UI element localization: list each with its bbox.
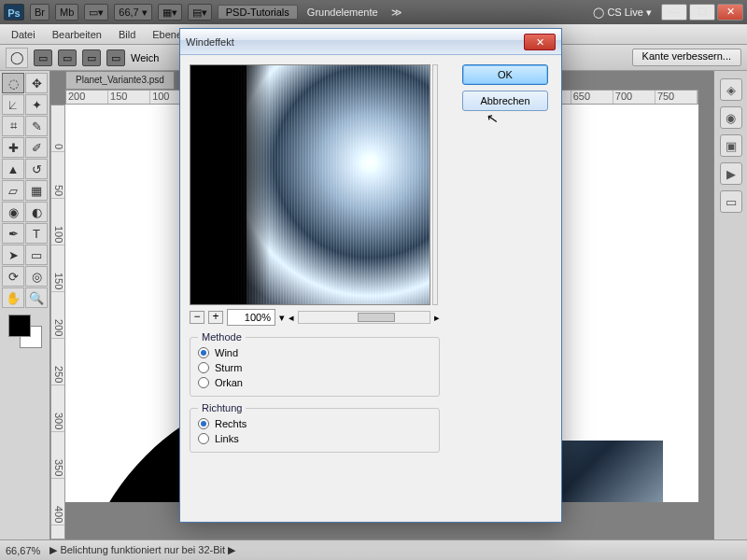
radio-sturm-label: Sturm (215, 362, 242, 373)
tool-heal[interactable]: ✚ (2, 137, 24, 158)
tool-blur[interactable]: ◉ (2, 202, 24, 222)
ok-button[interactable]: OK (462, 64, 548, 85)
tool-eyedropper[interactable]: ✎ (25, 116, 48, 136)
workspace-grundelemente[interactable]: Grundelemente (303, 7, 382, 18)
radio-rechts[interactable]: Rechts (198, 416, 431, 431)
tool-path[interactable]: ➤ (2, 245, 24, 265)
app-topbar: Ps Br Mb ▭▾ 66,7 ▾ ▦▾ ▤▾ PSD-Tutorials G… (0, 0, 747, 24)
methode-group: Methode Wind Sturm Orkan (190, 337, 440, 397)
radio-icon (198, 418, 209, 429)
status-msg-text: Belichtung funktioniert nur bei 32-Bit (60, 544, 225, 555)
status-zoom: 66,67% (6, 545, 40, 556)
methode-legend: Methode (198, 331, 246, 343)
document-tab[interactable]: Planet_Variante3.psd (65, 71, 175, 90)
history-panel-icon[interactable]: ▶ (720, 162, 742, 185)
radio-links[interactable]: Links (198, 431, 431, 446)
color-swatches[interactable] (8, 315, 42, 348)
tool-gradient[interactable]: ▦ (25, 180, 48, 201)
preview-hscroll[interactable] (298, 311, 430, 324)
cancel-button[interactable]: Abbrechen (462, 91, 548, 111)
cslive-button[interactable]: ◯ CS Live ▾ (589, 7, 655, 19)
paths-panel-icon[interactable]: ▣ (720, 134, 742, 157)
minibridge-button[interactable]: Mb (55, 4, 78, 21)
channels-panel-icon[interactable]: ◉ (720, 106, 742, 129)
screen-mode-button[interactable]: ▭▾ (84, 4, 108, 21)
panel-dock: ◈ ◉ ▣ ▶ ▭ (713, 71, 747, 539)
tool-hand[interactable]: ✋ (2, 287, 24, 308)
layers-panel-icon[interactable]: ◈ (720, 78, 742, 101)
cslive-label: CS Live (607, 7, 643, 18)
tool-type[interactable]: T (25, 223, 48, 244)
dialog-close-button[interactable]: ✕ (524, 34, 556, 50)
weich-label: Weich (131, 52, 159, 63)
radio-sturm[interactable]: Sturm (198, 360, 431, 375)
photoshop-logo: Ps (4, 4, 24, 21)
menu-bearbeiten[interactable]: Bearbeiten (47, 27, 107, 42)
richtung-group: Richtung Rechts Links (190, 408, 440, 453)
tool-crop[interactable]: ⌗ (2, 116, 24, 136)
marquee-mode-int[interactable]: ▭ (106, 49, 125, 66)
dialog-buttons: OK Abbrechen (462, 64, 548, 111)
preview-vscroll[interactable] (432, 64, 438, 305)
dialog-title: Windeffekt (186, 36, 234, 48)
effect-preview[interactable] (190, 64, 430, 305)
tool-marquee[interactable]: ◌ (2, 73, 24, 93)
menu-bild[interactable]: Bild (113, 27, 141, 42)
bridge-button[interactable]: Br (30, 4, 49, 21)
tool-move[interactable]: ✥ (25, 73, 48, 93)
zoom-field[interactable]: 66,7 ▾ (114, 4, 151, 21)
close-button[interactable]: ✕ (717, 4, 743, 21)
toolbox: ◌✥ ⟀✦ ⌗✎ ✚✐ ▲↺ ▱▦ ◉◐ ✒T ➤▭ ⟳◎ ✋🔍 (0, 71, 50, 539)
arrange-button[interactable]: ▦▾ (158, 4, 182, 21)
wind-dialog: Windeffekt ✕ − + 100% ▾ ◂ ▸ Methode Wind… (179, 28, 562, 523)
status-msg: ▶ Belichtung funktioniert nur bei 32-Bit… (49, 544, 235, 556)
radio-icon (198, 377, 209, 388)
extras-button[interactable]: ▤▾ (188, 4, 212, 21)
tool-3d[interactable]: ⟳ (2, 266, 24, 287)
current-tool-icon[interactable]: ◯ (6, 48, 28, 68)
radio-links-label: Links (215, 433, 239, 444)
richtung-legend: Richtung (198, 402, 246, 413)
radio-orkan-label: Orkan (215, 377, 243, 388)
tool-history[interactable]: ↺ (25, 159, 48, 179)
dialog-body: − + 100% ▾ ◂ ▸ Methode Wind Sturm Orkan … (180, 55, 561, 522)
zoom-in-button[interactable]: + (208, 311, 223, 324)
tool-wand[interactable]: ✦ (25, 94, 48, 115)
preview-zoom-row: − + 100% ▾ ◂ ▸ (190, 309, 440, 326)
dialog-titlebar[interactable]: Windeffekt ✕ (180, 29, 561, 55)
tool-pen[interactable]: ✒ (2, 223, 24, 244)
marquee-mode-new[interactable]: ▭ (34, 49, 52, 66)
radio-rechts-label: Rechts (215, 418, 247, 429)
tool-lasso[interactable]: ⟀ (2, 94, 24, 115)
tool-zoom[interactable]: 🔍 (25, 287, 48, 308)
tool-shape[interactable]: ▭ (25, 245, 48, 265)
preview-hscroll-thumb[interactable] (358, 313, 395, 322)
refine-edge-button[interactable]: Kante verbessern... (632, 49, 741, 66)
more-workspaces[interactable]: ≫ (388, 7, 406, 19)
marquee-mode-add[interactable]: ▭ (58, 49, 77, 66)
ruler-vertical: 050100150200250300350400 (50, 105, 65, 539)
menu-datei[interactable]: Datei (6, 27, 41, 42)
zoom-dropdown-icon[interactable]: ▾ (279, 312, 285, 324)
minimize-button[interactable]: — (661, 4, 687, 21)
tool-3dcam[interactable]: ◎ (25, 266, 48, 287)
zoom-value: 66,7 (119, 7, 138, 18)
status-bar: 66,67% ▶ Belichtung funktioniert nur bei… (0, 539, 747, 560)
maximize-button[interactable]: ☐ (689, 4, 715, 21)
window-controls: — ☐ ✕ (661, 4, 743, 21)
radio-wind-label: Wind (215, 347, 238, 358)
radio-orkan[interactable]: Orkan (198, 375, 431, 390)
tool-brush[interactable]: ✐ (25, 137, 48, 158)
preview-hscroll-right[interactable]: ▸ (434, 312, 440, 324)
actions-panel-icon[interactable]: ▭ (720, 190, 742, 213)
radio-wind[interactable]: Wind (198, 345, 431, 360)
preview-zoom-value[interactable]: 100% (227, 309, 275, 326)
zoom-out-button[interactable]: − (190, 311, 204, 324)
preview-hscroll-left[interactable]: ◂ (289, 312, 294, 324)
workspace-psdtutorials[interactable]: PSD-Tutorials (218, 5, 298, 20)
tool-dodge[interactable]: ◐ (25, 202, 48, 222)
tool-stamp[interactable]: ▲ (2, 159, 24, 179)
marquee-mode-sub[interactable]: ▭ (82, 49, 101, 66)
tool-eraser[interactable]: ▱ (2, 180, 24, 201)
fg-swatch[interactable] (8, 315, 31, 337)
